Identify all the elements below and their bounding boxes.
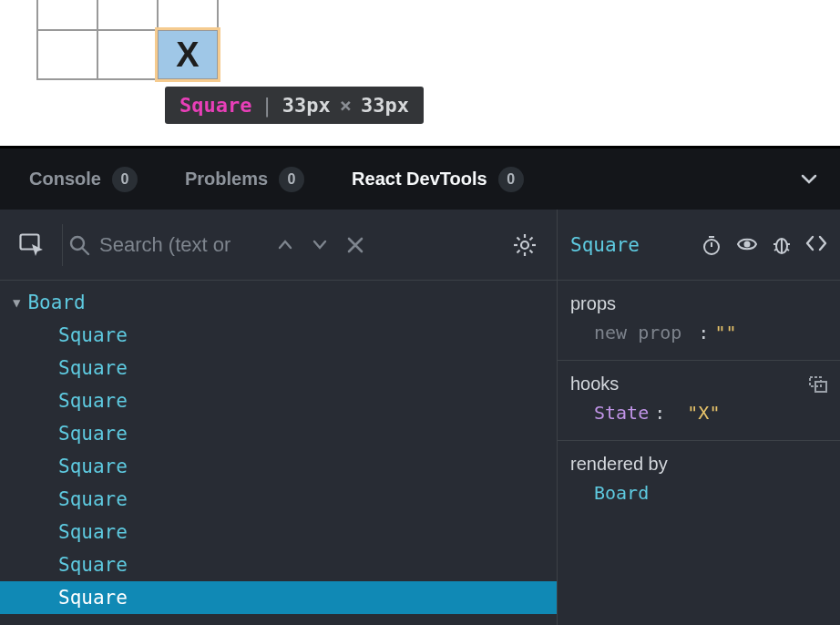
inspector-header: Square bbox=[558, 210, 840, 281]
tab-problems[interactable]: Problems 0 bbox=[165, 149, 324, 210]
tree-node-square[interactable]: Square bbox=[0, 450, 557, 483]
tab-count-badge: 0 bbox=[112, 167, 138, 192]
props-heading: props bbox=[570, 293, 827, 314]
chevron-down-icon bbox=[800, 170, 818, 189]
board-cell[interactable] bbox=[37, 30, 97, 79]
search-input[interactable] bbox=[99, 233, 263, 257]
devtools-tabbar: Console 0 Problems 0 React DevTools 0 bbox=[0, 149, 840, 210]
inspector-pane: Square props bbox=[558, 210, 840, 625]
tab-label: Console bbox=[29, 169, 101, 190]
new-prop-key-input[interactable]: new prop bbox=[594, 322, 681, 343]
expand-hooks-button[interactable] bbox=[809, 376, 827, 393]
svg-line-11 bbox=[517, 250, 520, 252]
board-cell[interactable] bbox=[97, 0, 158, 30]
board-cell[interactable] bbox=[37, 0, 97, 30]
tree-node-square[interactable]: Square bbox=[0, 417, 557, 450]
rect-dashed-icon bbox=[809, 376, 827, 393]
devtools-panel: Console 0 Problems 0 React DevTools 0 bbox=[0, 149, 840, 625]
svg-line-8 bbox=[517, 237, 520, 240]
tab-label: Problems bbox=[185, 169, 268, 190]
disclosure-triangle-icon[interactable]: ▼ bbox=[13, 295, 20, 310]
svg-point-15 bbox=[744, 241, 751, 247]
tab-console[interactable]: Console 0 bbox=[9, 149, 158, 210]
selected-component-name: Square bbox=[570, 234, 640, 256]
tooltip-separator: | bbox=[261, 94, 272, 117]
gear-icon bbox=[513, 233, 537, 257]
element-picker-button[interactable] bbox=[7, 220, 56, 270]
tree-node-square[interactable]: Square bbox=[0, 483, 557, 516]
tree-node-square[interactable]: Square bbox=[0, 581, 557, 614]
hooks-section: hooks State: "X" bbox=[558, 361, 840, 441]
svg-line-9 bbox=[530, 250, 533, 252]
component-tree[interactable]: ▼BoardSquareSquareSquareSquareSquareSqua… bbox=[0, 281, 557, 625]
new-prop-value-input[interactable]: "" bbox=[714, 322, 736, 343]
inspect-dom-button[interactable] bbox=[736, 235, 758, 255]
hook-state-key: State bbox=[594, 402, 649, 424]
component-tree-pane: ▼BoardSquareSquareSquareSquareSquareSqua… bbox=[0, 210, 558, 625]
view-source-button[interactable] bbox=[805, 235, 827, 255]
bug-icon bbox=[773, 235, 791, 255]
svg-line-10 bbox=[530, 237, 533, 240]
svg-point-3 bbox=[521, 241, 528, 249]
hook-state-value[interactable]: "X" bbox=[687, 402, 720, 424]
svg-line-2 bbox=[83, 248, 89, 254]
rendered-by-heading: rendered by bbox=[570, 454, 827, 475]
tree-node-square[interactable]: Square bbox=[0, 384, 557, 417]
app-viewport: X Square | 33px × 33px bbox=[0, 0, 840, 149]
tree-node-square[interactable]: Square bbox=[0, 352, 557, 384]
rendered-by-link[interactable]: Board bbox=[594, 482, 649, 504]
tooltip-mult: × bbox=[340, 94, 352, 117]
eye-icon bbox=[736, 235, 758, 253]
rdt-toolbar bbox=[0, 210, 557, 281]
board-cell-inspected[interactable]: X bbox=[158, 30, 218, 79]
tab-label: React DevTools bbox=[352, 169, 487, 190]
tooltip-height: 33px bbox=[361, 94, 409, 117]
tab-react-devtools[interactable]: React DevTools 0 bbox=[332, 149, 544, 210]
tree-node-board[interactable]: ▼Board bbox=[0, 286, 557, 319]
search-prev-button[interactable] bbox=[272, 238, 298, 252]
code-icon bbox=[805, 235, 827, 251]
board-cell[interactable] bbox=[97, 30, 158, 79]
tab-count-badge: 0 bbox=[279, 167, 304, 192]
suspend-button[interactable] bbox=[702, 235, 722, 255]
search-wrap bbox=[68, 233, 500, 257]
close-icon bbox=[347, 237, 364, 253]
search-clear-button[interactable] bbox=[342, 237, 369, 253]
tooltip-width: 33px bbox=[282, 94, 331, 117]
chevron-up-icon bbox=[278, 238, 292, 252]
tab-count-badge: 0 bbox=[498, 167, 524, 192]
stopwatch-icon bbox=[702, 235, 722, 255]
props-section: props new prop : "" bbox=[558, 281, 840, 361]
search-next-button[interactable] bbox=[307, 238, 333, 252]
tictactoe-board: X bbox=[36, 0, 219, 80]
tree-node-square[interactable]: Square bbox=[0, 319, 557, 352]
search-icon bbox=[68, 234, 90, 256]
board-cell[interactable] bbox=[158, 0, 218, 30]
element-picker-icon bbox=[19, 233, 45, 257]
hooks-heading: hooks bbox=[570, 374, 619, 394]
inspect-tooltip: Square | 33px × 33px bbox=[165, 87, 424, 124]
chevron-down-icon bbox=[312, 238, 327, 252]
settings-button[interactable] bbox=[500, 220, 549, 270]
log-to-console-button[interactable] bbox=[773, 235, 791, 255]
rendered-by-section: rendered by Board bbox=[558, 441, 840, 520]
tabs-overflow-button[interactable] bbox=[787, 170, 831, 189]
tree-node-square[interactable]: Square bbox=[0, 548, 557, 581]
tree-node-square[interactable]: Square bbox=[0, 516, 557, 548]
tooltip-component-name: Square bbox=[179, 94, 251, 117]
